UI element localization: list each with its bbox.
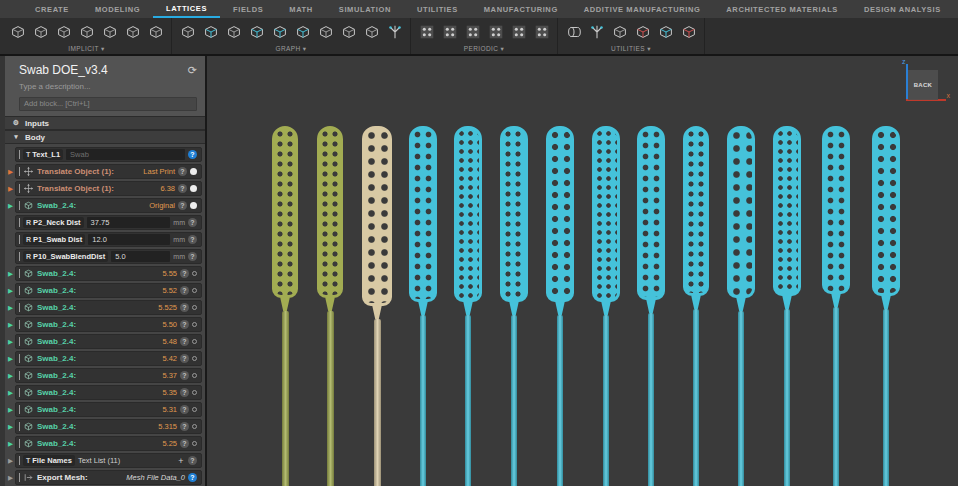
fill-lattice-icon[interactable] (246, 20, 267, 44)
block-value[interactable]: 5.37 (162, 371, 177, 380)
help-icon[interactable]: ? (180, 320, 189, 329)
swab-model-11[interactable] (724, 126, 758, 486)
offset-implicit-icon[interactable] (122, 20, 143, 44)
strut-lattice-icon[interactable] (223, 20, 244, 44)
block-translate-object-1-[interactable]: Translate Object (1):6.38? (15, 181, 202, 196)
swab-model-10[interactable] (680, 126, 712, 486)
menu-tab-utilities[interactable]: UTILITIES (404, 0, 471, 18)
expand-triangle-icon[interactable]: ▶ (6, 419, 15, 434)
menu-tab-lattices[interactable]: LATTICES (153, 0, 220, 18)
boolean-intersect-icon[interactable] (53, 20, 74, 44)
menu-tab-additive-manufacturing[interactable]: ADDITIVE MANUFACTURING (571, 0, 714, 18)
swab-model-2[interactable] (314, 126, 346, 486)
block-value[interactable]: 5.50 (162, 320, 177, 329)
help-icon[interactable]: ? (188, 235, 197, 244)
swab-model-7[interactable] (543, 126, 577, 486)
block-value[interactable]: 5.52 (162, 286, 177, 295)
refresh-icon[interactable]: ⟳ (188, 64, 197, 77)
param-value-input[interactable]: 12.0 (88, 234, 170, 245)
visibility-toggle[interactable] (192, 424, 197, 429)
boundary-lattice-icon[interactable] (177, 20, 198, 44)
grid-tpms-icon[interactable] (485, 20, 506, 44)
visibility-toggle[interactable] (190, 185, 197, 192)
expand-triangle-icon[interactable]: ▶ (6, 300, 15, 315)
toolbar-group-label[interactable]: IMPLICIT ▾ (7, 44, 166, 54)
param-row-p10-swabblenddist[interactable]: RP10_SwabBlendDist5.0mm? (15, 249, 202, 264)
block-value[interactable]: 5.31 (162, 405, 177, 414)
param-value-input[interactable]: 5.0 (111, 251, 170, 262)
text-row-text-l1[interactable]: TText_L1Swab? (15, 147, 202, 162)
menu-tab-math[interactable]: MATH (276, 0, 326, 18)
help-icon[interactable]: ? (180, 337, 189, 346)
diagonal-tpms-icon[interactable] (439, 20, 460, 44)
menu-tab-lightweighting[interactable]: LIGHTWEIGHTING (954, 0, 958, 18)
expand-triangle-icon[interactable]: ▶ (6, 385, 15, 400)
trim-lattice-icon[interactable] (269, 20, 290, 44)
expand-triangle-icon[interactable]: ▶ (6, 283, 15, 298)
scale-lattice-icon[interactable] (678, 20, 699, 44)
gyroid-tpms-icon[interactable] (416, 20, 437, 44)
block-value[interactable]: Mesh File Data_0 (126, 473, 185, 482)
shell-implicit-icon[interactable] (76, 20, 97, 44)
expand-triangle-icon[interactable]: ▶ (6, 402, 15, 417)
help-icon[interactable]: ? (180, 405, 189, 414)
visibility-toggle[interactable] (190, 202, 197, 209)
toolbar-group-label[interactable]: PERIODIC ▾ (416, 44, 552, 54)
visibility-toggle[interactable] (192, 373, 197, 378)
swab-model-8[interactable] (589, 126, 623, 486)
description-input[interactable]: Type a description... (19, 82, 197, 91)
help-icon[interactable]: ? (180, 354, 189, 363)
expand-triangle-icon[interactable]: ▶ (6, 436, 15, 451)
block-swab-2-4-[interactable]: Swab_2.4:5.55? (15, 266, 202, 281)
block-swab-2-4-[interactable]: Swab_2.4:5.31? (15, 402, 202, 417)
schwarz-tpms-icon[interactable] (462, 20, 483, 44)
thicken-implicit-icon[interactable] (99, 20, 120, 44)
menu-tab-design-analysis[interactable]: DESIGN ANALYSIS (851, 0, 954, 18)
menu-tab-modeling[interactable]: MODELING (82, 0, 153, 18)
menu-tab-create[interactable]: CREATE (22, 0, 82, 18)
block-swab-2-4-[interactable]: Swab_2.4:5.50? (15, 317, 202, 332)
cylinder-graph-icon[interactable] (563, 20, 584, 44)
help-icon[interactable]: ? (188, 218, 197, 227)
block-swab-2-4-[interactable]: Swab_2.4:5.42? (15, 351, 202, 366)
swab-model-12[interactable] (770, 126, 804, 486)
menu-tab-simulation[interactable]: SIMULATION (326, 0, 404, 18)
swab-model-14[interactable] (869, 126, 903, 486)
frame-tpms-icon[interactable] (531, 20, 552, 44)
menu-tab-fields[interactable]: FIELDS (220, 0, 276, 18)
help-icon[interactable]: ? (178, 184, 187, 193)
visibility-toggle[interactable] (192, 305, 197, 310)
text-value-input[interactable]: Swab (66, 149, 185, 160)
swab-model-6[interactable] (497, 126, 531, 486)
expand-triangle-icon[interactable]: ▶ (6, 351, 15, 366)
merge-branch-icon[interactable] (586, 20, 607, 44)
block-value[interactable]: 5.35 (162, 388, 177, 397)
expand-triangle-icon[interactable]: ▶ (6, 266, 15, 281)
toolbar-group-label[interactable]: GRAPH ▾ (177, 44, 405, 54)
help-icon[interactable]: ? (180, 439, 189, 448)
block-swab-2-4-[interactable]: Swab_2.4:5.52? (15, 283, 202, 298)
block-swab-2-4-[interactable]: Swab_2.4:5.25? (15, 436, 202, 451)
menu-tab-architected-materials[interactable]: ARCHITECTED MATERIALS (713, 0, 851, 18)
expand-triangle-icon[interactable]: ▶ (6, 181, 15, 196)
section-body[interactable]: ▾ Body (5, 130, 205, 144)
transform-lattice-icon[interactable] (632, 20, 653, 44)
block-export-mesh-[interactable]: Export Mesh:Mesh File Data_0? (15, 470, 202, 485)
block-value[interactable]: 6.38 (160, 184, 175, 193)
surface-lattice-icon[interactable] (200, 20, 221, 44)
voronoi-lattice-icon[interactable] (361, 20, 382, 44)
visibility-toggle[interactable] (192, 288, 197, 293)
toolbar-group-label[interactable]: UTILITIES ▾ (563, 44, 699, 54)
add-block-input[interactable]: Add block... [Ctrl+L] (19, 97, 197, 111)
help-icon[interactable]: ? (188, 473, 197, 482)
visibility-toggle[interactable] (192, 322, 197, 327)
menu-tab-manufacturing[interactable]: MANUFACTURING (471, 0, 571, 18)
dots-tpms-icon[interactable] (508, 20, 529, 44)
list-row-file-names[interactable]: TFile NamesText List (11)+? (15, 453, 202, 468)
help-icon[interactable]: ? (180, 388, 189, 397)
block-value[interactable]: 5.42 (162, 354, 177, 363)
help-icon[interactable]: ? (180, 371, 189, 380)
section-inputs[interactable]: ⚙ Inputs (5, 116, 205, 130)
boolean-union-icon[interactable] (7, 20, 28, 44)
block-value[interactable]: 5.55 (162, 269, 177, 278)
